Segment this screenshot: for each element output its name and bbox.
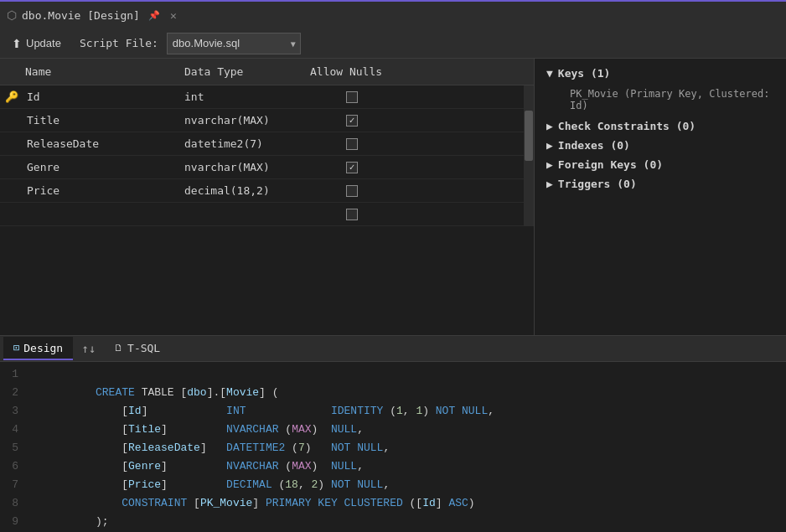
line-number: 8 bbox=[0, 494, 30, 513]
tab-tsql[interactable]: 🗋 T-SQL bbox=[104, 337, 170, 360]
tsql-tab-icon: 🗋 bbox=[114, 343, 123, 354]
tsql-tab-label: T-SQL bbox=[127, 342, 160, 354]
cell-null bbox=[310, 162, 394, 173]
line-number: 9 bbox=[0, 513, 30, 531]
title-bar-icon: ⬡ bbox=[7, 8, 17, 22]
line-number: 4 bbox=[0, 421, 30, 439]
sql-line-2: 2 [Id] INT IDENTITY (1, 1) NOT NULL, bbox=[0, 384, 786, 402]
triangle-icon-right: ▶ bbox=[546, 120, 553, 132]
triangle-icon-right4: ▶ bbox=[546, 178, 553, 190]
keys-title: ▼ Keys (1) bbox=[546, 67, 774, 80]
null-checkbox[interactable] bbox=[346, 209, 358, 220]
sql-line-8: 8 ); bbox=[0, 494, 786, 513]
pk-entry: PK_Movie (Primary Key, Clustered: Id) bbox=[546, 86, 774, 113]
sql-line-5: 5 [Genre] NVARCHAR (MAX) NULL, bbox=[0, 439, 786, 457]
cell-name: Price bbox=[23, 184, 184, 197]
cell-type: nvarchar(MAX) bbox=[184, 161, 310, 173]
foreign-keys-label: Foreign Keys (0) bbox=[558, 158, 663, 171]
bottom-tabs: ⊡ Design ↑↓ 🗋 T-SQL bbox=[0, 335, 786, 362]
table-body: 🔑 Id int Title nvarchar(MAX) bbox=[0, 85, 524, 226]
sql-line-6: 6 [Price] DECIMAL (18, 2) NOT NULL, bbox=[0, 457, 786, 476]
cell-name: Id bbox=[23, 90, 184, 103]
keys-title-text: Keys (1) bbox=[558, 67, 611, 80]
scrollbar-track[interactable] bbox=[524, 85, 534, 226]
update-button[interactable]: ⬆ Update bbox=[7, 34, 66, 53]
table-row[interactable]: Title nvarchar(MAX) bbox=[0, 109, 524, 132]
table-row[interactable]: Price decimal(18,2) bbox=[0, 179, 524, 203]
title-bar-pin: 📌 bbox=[148, 10, 160, 21]
sql-line-7: 7 CONSTRAINT [PK_Movie] PRIMARY KEY CLUS… bbox=[0, 476, 786, 494]
col-type-header: Data Type bbox=[184, 65, 310, 78]
table-row[interactable]: 🔑 Id int bbox=[0, 85, 524, 109]
update-icon: ⬆ bbox=[12, 37, 22, 50]
cell-type: datetime2(7) bbox=[184, 137, 310, 150]
check-constraints-section: ▶ Check Constraints (0) bbox=[546, 120, 774, 132]
col-null-header: Allow Nulls bbox=[310, 65, 394, 78]
indexes-label: Indexes (0) bbox=[558, 139, 630, 152]
title-bar-text: dbo.Movie [Design] bbox=[22, 9, 140, 22]
script-file-select[interactable]: dbo.Movie.sql bbox=[167, 33, 301, 54]
scrollbar-thumb[interactable] bbox=[525, 111, 533, 161]
table-row[interactable]: ReleaseDate datetime2(7) bbox=[0, 132, 524, 156]
line-number: 6 bbox=[0, 457, 30, 476]
null-checkbox[interactable] bbox=[346, 138, 358, 150]
triggers-label: Triggers (0) bbox=[558, 178, 637, 190]
null-checkbox[interactable] bbox=[346, 91, 358, 103]
properties-panel: ▼ Keys (1) PK_Movie (Primary Key, Cluste… bbox=[535, 59, 786, 335]
key-icon: 🔑 bbox=[5, 90, 18, 103]
triggers-title[interactable]: ▶ Triggers (0) bbox=[546, 178, 774, 190]
null-checkbox[interactable] bbox=[346, 185, 358, 197]
null-checkbox[interactable] bbox=[346, 162, 358, 173]
tab-design[interactable]: ⊡ Design bbox=[3, 337, 73, 360]
cell-type: nvarchar(MAX) bbox=[184, 114, 310, 127]
sql-editor[interactable]: 1 CREATE TABLE [dbo].[Movie] ( 2 [Id] IN… bbox=[0, 362, 786, 532]
check-constraints-label: Check Constraints (0) bbox=[558, 120, 696, 132]
triangle-icon-right2: ▶ bbox=[546, 139, 553, 152]
check-constraints-title[interactable]: ▶ Check Constraints (0) bbox=[546, 120, 774, 132]
triggers-section: ▶ Triggers (0) bbox=[546, 178, 774, 190]
script-file-wrapper[interactable]: dbo.Movie.sql ▼ bbox=[167, 33, 301, 54]
cell-name: Title bbox=[23, 114, 184, 127]
triangle-icon-right3: ▶ bbox=[546, 158, 553, 171]
triangle-icon: ▼ bbox=[546, 67, 553, 80]
cell-null bbox=[310, 115, 394, 127]
cell-name: Genre bbox=[23, 161, 184, 173]
tab-sort-arrows[interactable]: ↑↓ bbox=[75, 342, 102, 355]
main-area: Name Data Type Allow Nulls 🔑 Id int bbox=[0, 59, 786, 335]
foreign-keys-section: ▶ Foreign Keys (0) bbox=[546, 158, 774, 171]
cell-null bbox=[310, 185, 394, 197]
row-pk-indicator: 🔑 bbox=[0, 90, 23, 103]
null-checkbox[interactable] bbox=[346, 115, 358, 127]
sql-line-4: 4 [ReleaseDate] DATETIME2 (7) NOT NULL, bbox=[0, 421, 786, 439]
foreign-keys-title[interactable]: ▶ Foreign Keys (0) bbox=[546, 158, 774, 171]
sql-line-1: 1 CREATE TABLE [dbo].[Movie] ( bbox=[0, 365, 786, 384]
table-body-wrapper: 🔑 Id int Title nvarchar(MAX) bbox=[0, 85, 534, 226]
cell-null bbox=[310, 138, 394, 150]
line-number: 3 bbox=[0, 402, 30, 421]
cell-type: int bbox=[184, 90, 310, 103]
indexes-title[interactable]: ▶ Indexes (0) bbox=[546, 139, 774, 152]
design-tab-icon: ⊡ bbox=[13, 342, 19, 354]
cell-name: ReleaseDate bbox=[23, 137, 184, 150]
title-bar: ⬡ dbo.Movie [Design] 📌 ✕ bbox=[0, 0, 786, 28]
design-tab-label: Design bbox=[23, 342, 63, 354]
cell-null bbox=[310, 209, 394, 220]
line-number: 7 bbox=[0, 476, 30, 494]
cell-type: decimal(18,2) bbox=[184, 184, 310, 197]
table-row[interactable] bbox=[0, 203, 524, 226]
line-content: ); bbox=[30, 494, 786, 532]
table-header: Name Data Type Allow Nulls bbox=[0, 59, 534, 85]
cell-null bbox=[310, 91, 394, 103]
table-design-panel: Name Data Type Allow Nulls 🔑 Id int bbox=[0, 59, 535, 335]
update-label: Update bbox=[26, 37, 61, 49]
toolbar: ⬆ Update Script File: dbo.Movie.sql ▼ bbox=[0, 28, 786, 59]
title-bar-close[interactable]: ✕ bbox=[170, 9, 177, 22]
sql-line-3: 3 [Title] NVARCHAR (MAX) NULL, bbox=[0, 402, 786, 421]
table-row[interactable]: Genre nvarchar(MAX) bbox=[0, 156, 524, 179]
script-label: Script File: bbox=[80, 37, 158, 49]
line-number: 2 bbox=[0, 384, 30, 402]
keys-section: ▼ Keys (1) PK_Movie (Primary Key, Cluste… bbox=[546, 67, 774, 113]
line-number: 1 bbox=[0, 365, 30, 384]
line-number: 5 bbox=[0, 439, 30, 457]
col-name-header: Name bbox=[0, 65, 184, 78]
